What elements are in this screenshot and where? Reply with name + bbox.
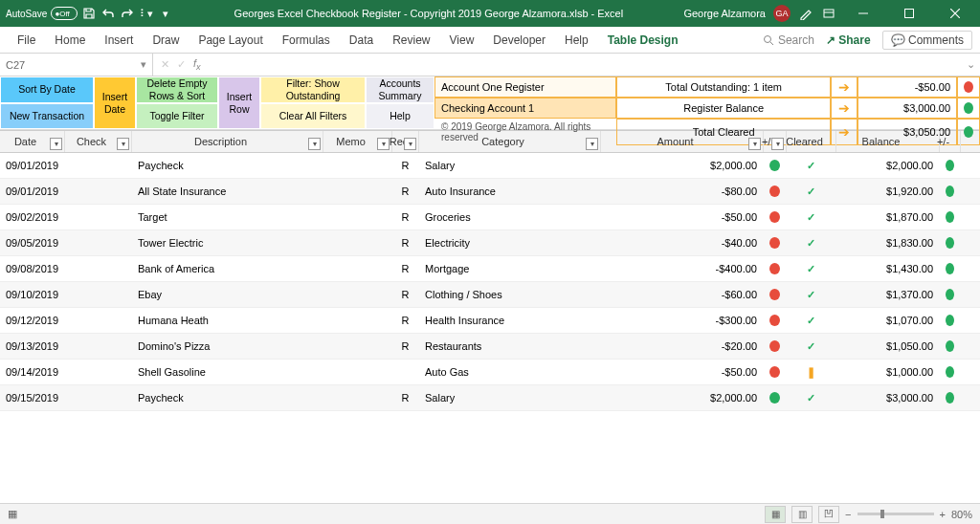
cell-balance[interactable]: $1,920.00 <box>836 179 940 204</box>
cell-balance[interactable]: $3,000.00 <box>836 385 940 410</box>
cell-date[interactable]: 09/15/2019 <box>0 385 65 410</box>
touch-icon[interactable]: ⠇▾ <box>139 6 154 21</box>
table-row[interactable]: 09/05/2019Tower ElectricRElectricity-$40… <box>0 230 980 256</box>
cell-check[interactable] <box>65 334 132 359</box>
cell-amount[interactable]: $2,000.00 <box>601 385 764 410</box>
cell-balance[interactable]: $1,830.00 <box>836 230 940 255</box>
cell-rec[interactable]: R <box>392 308 419 333</box>
insert-row-button[interactable]: Insert Row <box>218 76 260 129</box>
cell-rec[interactable]: R <box>392 230 419 255</box>
cell-cat[interactable]: Groceries <box>419 205 601 229</box>
page-layout-view-icon[interactable]: ▥ <box>791 506 813 523</box>
cell-date[interactable]: 09/14/2019 <box>0 360 65 384</box>
search-box[interactable]: Search <box>763 33 814 47</box>
cell-check[interactable] <box>65 230 132 255</box>
cell-date[interactable]: 09/10/2019 <box>0 282 65 307</box>
cell-cleared[interactable]: ✓ <box>787 153 836 178</box>
table-row[interactable]: 09/10/2019EbayRClothing / Shoes-$60.00✓$… <box>0 282 980 308</box>
cell-check[interactable] <box>65 385 132 410</box>
cell-cat[interactable]: Clothing / Shoes <box>419 282 601 307</box>
zoom-out-icon[interactable]: − <box>845 509 851 520</box>
clear-filters-button[interactable]: Clear All Filters <box>260 103 366 129</box>
cell-date[interactable]: 09/02/2019 <box>0 205 65 229</box>
save-icon[interactable] <box>81 6 97 21</box>
cell-memo[interactable] <box>323 308 392 333</box>
cell-cleared[interactable]: ❚ <box>787 360 836 384</box>
cell-amount[interactable]: -$50.00 <box>601 360 764 384</box>
cell-amount[interactable]: -$40.00 <box>601 230 764 255</box>
cell-memo[interactable] <box>323 205 392 229</box>
table-row[interactable]: 09/01/2019PaycheckRSalary$2,000.00✓$2,00… <box>0 153 980 179</box>
tab-draw[interactable]: Draw <box>143 27 189 54</box>
table-row[interactable]: 09/15/2019PaycheckRSalary$2,000.00✓$3,00… <box>0 385 980 411</box>
cell-memo[interactable] <box>323 256 392 281</box>
cell-check[interactable] <box>65 360 132 384</box>
cancel-formula-icon[interactable]: ✕ <box>161 58 169 71</box>
cell-rec[interactable] <box>392 360 419 384</box>
table-row[interactable]: 09/14/2019Shell GasolineAuto Gas-$50.00❚… <box>0 360 980 385</box>
cell-amount[interactable]: $2,000.00 <box>601 153 764 178</box>
zoom-level[interactable]: 80% <box>951 509 972 520</box>
expand-formula-icon[interactable]: ⌄ <box>961 58 980 71</box>
cell-cat[interactable]: Restaurants <box>419 334 601 359</box>
cell-memo[interactable] <box>323 385 392 410</box>
cell-balance[interactable]: $1,000.00 <box>836 360 940 384</box>
tab-insert[interactable]: Insert <box>95 27 143 54</box>
cell-cat[interactable]: Auto Insurance <box>419 179 601 204</box>
filter-icon[interactable]: ▾ <box>377 138 390 150</box>
cell-rec[interactable]: R <box>392 256 419 281</box>
tab-home[interactable]: Home <box>45 27 95 54</box>
cell-cat[interactable]: Salary <box>419 153 601 178</box>
cell-desc[interactable]: Target <box>132 205 323 229</box>
cell-desc[interactable]: Humana Heath <box>132 308 323 333</box>
cell-desc[interactable]: Ebay <box>132 282 323 307</box>
cell-memo[interactable] <box>323 153 392 178</box>
filter-icon[interactable]: ▾ <box>586 138 598 150</box>
share-button[interactable]: ↗ Share <box>826 33 871 47</box>
undo-icon[interactable] <box>100 6 116 21</box>
cell-amount[interactable]: -$300.00 <box>601 308 764 333</box>
cell-cleared[interactable]: ✓ <box>787 334 836 359</box>
cell-memo[interactable] <box>323 282 392 307</box>
cell-rec[interactable]: R <box>392 179 419 204</box>
cell-balance[interactable]: $2,000.00 <box>836 153 940 178</box>
cell-date[interactable]: 09/05/2019 <box>0 230 65 255</box>
filter-icon[interactable]: ▾ <box>50 138 62 150</box>
cell-check[interactable] <box>65 256 132 281</box>
cell-cleared[interactable]: ✓ <box>787 205 836 229</box>
cell-desc[interactable]: Tower Electric <box>132 230 323 255</box>
draw-mode-icon[interactable] <box>798 6 813 21</box>
tab-data[interactable]: Data <box>340 27 383 54</box>
cell-cleared[interactable]: ✓ <box>787 256 836 281</box>
cell-date[interactable]: 09/08/2019 <box>0 256 65 281</box>
cell-rec[interactable]: R <box>392 205 419 229</box>
cell-date[interactable]: 09/12/2019 <box>0 308 65 333</box>
cell-cleared[interactable]: ✓ <box>787 179 836 204</box>
tab-view[interactable]: View <box>440 27 484 54</box>
new-transaction-button[interactable]: New Transaction <box>0 103 94 130</box>
zoom-slider[interactable] <box>858 513 934 515</box>
cell-date[interactable]: 09/13/2019 <box>0 334 65 359</box>
redo-icon[interactable] <box>120 6 135 21</box>
table-row[interactable]: 09/13/2019Domino's PizzaRRestaurants-$20… <box>0 334 980 360</box>
cell-cleared[interactable]: ✓ <box>787 308 836 333</box>
qat-more-icon[interactable]: ▾ <box>158 6 173 21</box>
cell-check[interactable] <box>65 179 132 204</box>
filter-icon[interactable]: ▾ <box>748 138 761 150</box>
cell-amount[interactable]: -$50.00 <box>601 205 764 229</box>
cell-balance[interactable]: $1,050.00 <box>836 334 940 359</box>
ribbon-display-icon[interactable] <box>821 6 836 21</box>
cell-date[interactable]: 09/01/2019 <box>0 179 65 204</box>
tab-file[interactable]: File <box>8 27 45 54</box>
cell-desc[interactable]: All State Insurance <box>132 179 323 204</box>
filter-icon[interactable]: ▾ <box>404 138 416 150</box>
cell-cat[interactable]: Electricity <box>419 230 601 255</box>
maximize-button[interactable] <box>890 0 928 27</box>
cell-balance[interactable]: $1,870.00 <box>836 205 940 229</box>
table-body[interactable]: 09/01/2019PaycheckRSalary$2,000.00✓$2,00… <box>0 153 980 428</box>
tab-formulas[interactable]: Formulas <box>273 27 340 54</box>
delete-empty-button[interactable]: Delete Empty Rows & Sort <box>136 76 218 103</box>
toggle-filter-button[interactable]: Toggle Filter <box>136 103 218 129</box>
cell-rec[interactable]: R <box>392 282 419 307</box>
cell-memo[interactable] <box>323 360 392 384</box>
